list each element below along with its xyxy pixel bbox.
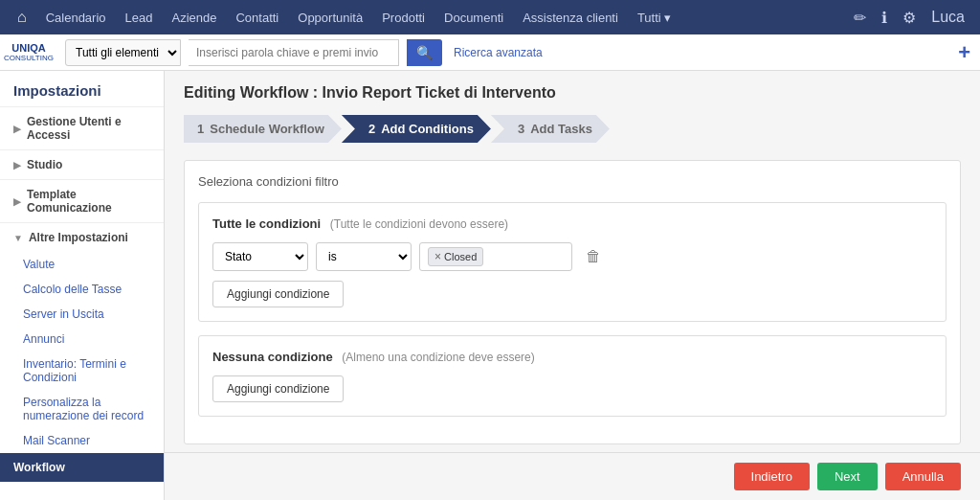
top-navigation: ⌂ Calendario Lead Aziende Contatti Oppor… — [0, 0, 980, 34]
chevron-right-icon-3: ▶ — [13, 196, 21, 207]
no-conditions-group: Nessuna condizione (Almeno una condizion… — [198, 335, 947, 417]
step-num-1: 1 — [197, 122, 204, 136]
section-label-altre: Altre Impostazioni — [29, 231, 128, 244]
section-label-gestione: Gestione Utenti e Accessi — [27, 115, 150, 142]
add-no-condition-button[interactable]: Aggiungi condizione — [212, 375, 344, 402]
nav-assistenza[interactable]: Assistenza clienti — [515, 7, 626, 29]
sidebar-item-inventario[interactable]: Inventario: Termini e Condizioni — [0, 352, 164, 390]
cancel-button[interactable]: Annulla — [885, 463, 961, 490]
sidebar-section-header-altre[interactable]: ▼ Altre Impostazioni — [0, 223, 164, 252]
step-label-2: Add Conditions — [381, 122, 474, 136]
section-label-studio: Studio — [27, 158, 62, 171]
bottom-bar: Indietro Next Annulla — [165, 452, 980, 500]
condition-field-select[interactable]: Stato — [212, 242, 308, 271]
chevron-right-icon-2: ▶ — [13, 160, 21, 170]
search-bar: UNIQA CONSULTING Tutti gli elementi 🔍 Ri… — [0, 34, 980, 71]
all-conditions-subtitle: (Tutte le condizioni devono essere) — [330, 217, 508, 231]
wizard-step-1[interactable]: 1 Schedule Workflow — [184, 115, 342, 143]
sidebar-section-header-template[interactable]: ▶ Template Comunicazione — [0, 180, 164, 222]
filter-section-title: Seleziona condizioni filtro — [198, 174, 947, 189]
sidebar-section-header-gestione[interactable]: ▶ Gestione Utenti e Accessi — [0, 107, 164, 149]
logo-name: UNIQA — [11, 42, 45, 54]
sidebar-item-workflow[interactable]: Workflow — [0, 453, 164, 482]
condition-value-tag: × Closed — [428, 247, 483, 266]
tag-remove-icon[interactable]: × — [434, 250, 441, 263]
settings-icon[interactable]: ⚙ — [897, 5, 922, 31]
next-button[interactable]: Next — [817, 463, 878, 490]
section-label-template: Template Comunicazione — [27, 188, 150, 215]
no-conditions-title: Nessuna condizione (Almeno una condizion… — [212, 350, 932, 364]
all-conditions-group: Tutte le condizioni (Tutte le condizioni… — [198, 202, 947, 322]
step-label-3: Add Tasks — [530, 122, 592, 136]
sidebar-item-numerazione[interactable]: Personalizza la numerazione dei record — [0, 390, 164, 428]
filter-section: Seleziona condizioni filtro Tutte le con… — [184, 160, 961, 444]
sidebar-item-annunci[interactable]: Annunci — [0, 327, 164, 352]
add-button[interactable]: + — [958, 40, 970, 65]
nav-opportunita[interactable]: Opportunità — [290, 7, 370, 29]
sidebar-item-mailscanner[interactable]: Mail Scanner — [0, 428, 164, 453]
sidebar-item-valute[interactable]: Valute — [0, 252, 164, 277]
condition-value-box: × Closed — [419, 242, 572, 271]
sidebar-title: Impostazioni — [0, 71, 164, 106]
wizard-step-2[interactable]: 2 Add Conditions — [342, 115, 491, 143]
sidebar-section-gestione: ▶ Gestione Utenti e Accessi — [0, 106, 164, 149]
main-content: Editing Workflow : Invio Report Ticket d… — [165, 71, 980, 452]
nav-contatti[interactable]: Contatti — [228, 7, 286, 29]
search-input[interactable] — [189, 39, 399, 66]
nav-aziende[interactable]: Aziende — [164, 7, 224, 29]
page-title: Editing Workflow : Invio Report Ticket d… — [184, 84, 961, 102]
condition-row-1: Stato is × Closed 🗑 — [212, 242, 932, 271]
add-all-condition-button[interactable]: Aggiungi condizione — [212, 281, 344, 307]
no-conditions-subtitle: (Almeno una condizione deve essere) — [342, 351, 534, 364]
sidebar-section-studio: ▶ Studio — [0, 149, 164, 179]
user-menu[interactable]: Luca — [925, 5, 970, 30]
sidebar-section-header-studio[interactable]: ▶ Studio — [0, 150, 164, 179]
chevron-right-icon: ▶ — [13, 124, 21, 134]
info-icon[interactable]: ℹ — [876, 5, 893, 31]
logo-subtitle: CONSULTING — [4, 54, 54, 62]
wizard-step-3[interactable]: 3 Add Tasks — [491, 115, 610, 143]
sidebar: Impostazioni ▶ Gestione Utenti e Accessi… — [0, 71, 165, 500]
step-num-2: 2 — [368, 122, 375, 136]
logo: UNIQA CONSULTING — [10, 39, 48, 66]
condition-operator-select[interactable]: is — [316, 242, 412, 271]
search-button[interactable]: 🔍 — [407, 39, 442, 66]
advanced-search-link[interactable]: Ricerca avanzata — [454, 46, 543, 59]
back-button[interactable]: Indietro — [734, 463, 810, 490]
search-scope-select[interactable]: Tutti gli elementi — [65, 39, 181, 66]
step-num-3: 3 — [518, 122, 524, 136]
nav-lead[interactable]: Lead — [118, 7, 161, 29]
step-label-1: Schedule Workflow — [210, 122, 324, 136]
tag-value: Closed — [444, 251, 477, 262]
chevron-down-icon: ▼ — [13, 233, 23, 243]
sidebar-item-server[interactable]: Server in Uscita — [0, 302, 164, 327]
sidebar-item-calcolo[interactable]: Calcolo delle Tasse — [0, 277, 164, 302]
wizard-steps: 1 Schedule Workflow 2 Add Conditions 3 A… — [184, 115, 961, 143]
all-conditions-title: Tutte le condizioni (Tutte le condizioni… — [212, 216, 932, 231]
sidebar-section-template: ▶ Template Comunicazione — [0, 179, 164, 222]
nav-calendario[interactable]: Calendario — [38, 7, 114, 29]
edit-icon[interactable]: ✏ — [848, 5, 872, 31]
sidebar-section-altre: ▼ Altre Impostazioni Valute Calcolo dell… — [0, 222, 164, 453]
nav-prodotti[interactable]: Prodotti — [374, 7, 433, 29]
home-icon[interactable]: ⌂ — [10, 5, 34, 30]
nav-documenti[interactable]: Documenti — [436, 7, 511, 29]
nav-tutti[interactable]: Tutti ▾ — [630, 7, 679, 29]
delete-condition-button[interactable]: 🗑 — [580, 246, 607, 267]
